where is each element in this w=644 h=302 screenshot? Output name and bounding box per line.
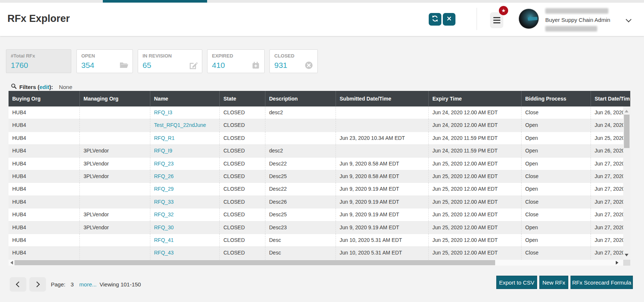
scroll-up-arrow-icon[interactable] [625, 110, 628, 112]
table-cell: Jun 25, 2020 12.00 AM EDT [429, 209, 522, 221]
table-row[interactable]: HUB4RFQ_33CLOSEDDesc26Jun 9, 2020 9.19 A… [9, 196, 623, 209]
table-cell [80, 196, 150, 209]
stat-card-expired[interactable]: EXPIRED 410 [207, 49, 265, 73]
avatar[interactable] [519, 9, 539, 29]
rfx-name-link[interactable]: RFQ_I9 [150, 145, 220, 157]
pagination: Page: 3 more... Viewing 101-150 [51, 281, 141, 288]
stat-value: 65 [143, 61, 151, 70]
table-cell: 3PLVendor [80, 158, 150, 170]
table-cell: HUB4 [9, 106, 80, 119]
rfx-name-link[interactable]: RFQ_43 [150, 247, 220, 259]
table-row[interactable]: HUB43PLVendorRFQ_23CLOSEDDesc22Jun 9, 20… [9, 158, 623, 170]
table-row[interactable]: HUB4RFQ_I3CLOSEDdesc2Jun 24, 2020 12.00 … [9, 106, 623, 119]
viewing-range-label: Viewing 101-150 [99, 281, 141, 288]
stat-card-open[interactable]: OPEN 354 [76, 49, 133, 73]
table-cell: Open [522, 145, 591, 157]
column-header[interactable]: Description [265, 91, 336, 106]
table-cell [80, 183, 150, 195]
rfx-name-link[interactable]: RFQ_32 [150, 209, 220, 221]
rfx-name-link[interactable]: RFQ_33 [150, 196, 220, 209]
table-row[interactable]: HUB43PLVendorRFQ_26CLOSEDDesc25Jun 9, 20… [9, 170, 623, 183]
table-cell: Jun 25, 2020 12.00 AM EDT [429, 196, 522, 209]
table-row[interactable]: HUB43PLVendorRFQ_30CLOSEDDesc23Jun 9, 20… [9, 221, 623, 234]
rfx-name-link[interactable]: RFQ_30 [150, 221, 220, 234]
chevron-down-icon[interactable] [626, 17, 632, 23]
filters-edit-link[interactable]: edit [39, 84, 49, 90]
column-header[interactable]: Expiry Time [429, 91, 522, 106]
table-cell: Open [522, 234, 591, 246]
chevron-right-icon [34, 282, 40, 288]
table-cell: Jun 27, 2020 [591, 209, 623, 221]
table-cell: Jun 27, 2020 [591, 183, 623, 195]
horizontal-scrollbar[interactable] [9, 260, 630, 266]
rfx-name-link[interactable]: RFQ_I3 [150, 106, 220, 119]
filters-bar: Filters (edit): None [11, 83, 72, 91]
stat-label: #Total RFx [11, 53, 35, 59]
table-cell: Desc25 [265, 170, 336, 183]
rfx-name-link[interactable]: RFQ_23 [150, 158, 220, 170]
table-row[interactable]: HUB4RFQ_43CLOSEDDescJun 10, 2020 5.31 AM… [9, 247, 623, 259]
redacted-user-org [545, 26, 597, 32]
close-button[interactable] [443, 13, 455, 26]
rfx-scorecard-formula-button[interactable]: RFx Scorecard Formula [571, 276, 633, 289]
column-header[interactable]: Bidding Process [522, 91, 591, 106]
edit-icon [189, 60, 198, 70]
refresh-icon [431, 15, 439, 24]
header-divider [477, 8, 477, 30]
table-cell: Close [522, 170, 591, 183]
more-pages-link[interactable]: more... [79, 281, 97, 288]
table-cell: Jun 10, 2020 5.31 AM EDT [336, 247, 429, 259]
scroll-down-arrow-icon[interactable] [625, 254, 628, 256]
page-label: Page: [51, 281, 65, 288]
column-header[interactable]: Submitted Date/Time [336, 91, 429, 106]
rfx-name-link[interactable]: RFQ_R1 [150, 132, 220, 144]
stat-value: 354 [81, 61, 94, 70]
scroll-right-arrow-icon[interactable] [616, 261, 618, 265]
table-row[interactable]: HUB4RFQ_41CLOSEDDescJun 10, 2020 5.31 AM… [9, 234, 623, 247]
prev-page-button[interactable] [10, 277, 26, 292]
table-cell: Jun 27, 2020 [591, 158, 623, 170]
hamburger-icon [493, 17, 500, 18]
table-row[interactable]: HUB43PLVendorRFQ_I9CLOSEDdesc2Jun 24, 20… [9, 145, 623, 157]
table-cell: Jun 23, 2020 10.34 AM EDT [336, 132, 429, 144]
user-role-label: Buyer Suppy Chain Admin [545, 17, 610, 23]
table-row[interactable]: HUB4RFQ_29CLOSEDDesc22Jun 9, 2020 9.19 A… [9, 183, 623, 196]
table-cell: Jun 25, 2020 12.00 AM EDT [429, 170, 522, 183]
table-cell: Jun 25, 2020 [591, 132, 623, 144]
table-row[interactable]: HUB4Test_RFQ1_22ndJuneCLOSEDJun 24, 2020… [9, 119, 623, 132]
table-cell: HUB4 [9, 145, 80, 157]
column-header[interactable]: State [220, 91, 265, 106]
stat-card-total-rfx[interactable]: #Total RFx 1760 [6, 49, 71, 73]
rfx-name-link[interactable]: RFQ_26 [150, 170, 220, 183]
table-cell: CLOSED [220, 158, 265, 170]
export-to-csv-button[interactable]: Export to CSV [496, 276, 537, 289]
table-cell: Open [522, 158, 591, 170]
table-row[interactable]: HUB43PLVendorRFQ_32CLOSEDDesc25Jun 9, 20… [9, 209, 623, 221]
table-cell: CLOSED [220, 132, 265, 144]
column-header[interactable]: Start Date/Tim [591, 91, 630, 106]
table-cell: Desc26 [265, 196, 336, 209]
table-row[interactable]: HUB4RFQ_R1CLOSEDJun 23, 2020 10.34 AM ED… [9, 132, 623, 145]
horizontal-scrollbar-thumb[interactable] [14, 260, 495, 265]
stat-card-closed[interactable]: CLOSED 931 [269, 49, 318, 73]
column-header[interactable]: Buying Org [9, 91, 80, 106]
vertical-scrollbar-thumb[interactable] [624, 115, 630, 148]
next-page-button[interactable] [29, 277, 46, 292]
stat-card-in-revision[interactable]: IN REVISION 65 [138, 49, 202, 73]
table-cell: Desc [265, 247, 336, 259]
rfx-name-link[interactable]: RFQ_41 [150, 234, 220, 246]
rfx-name-link[interactable]: RFQ_29 [150, 183, 220, 195]
column-header[interactable]: Managing Org [80, 91, 150, 106]
table-cell: HUB4 [9, 234, 80, 246]
refresh-button[interactable] [429, 13, 441, 26]
vertical-scrollbar[interactable] [623, 106, 630, 260]
rfx-name-link[interactable]: Test_RFQ1_22ndJune [150, 119, 220, 132]
scroll-left-arrow-icon[interactable] [10, 261, 13, 265]
table-cell: Jun 25, 2020 12.00 AM EDT [429, 158, 522, 170]
new-rfx-button[interactable]: New RFx [539, 276, 568, 289]
column-header[interactable]: Name [150, 91, 220, 106]
table-cell: CLOSED [220, 247, 265, 259]
table-cell: Open [522, 132, 591, 144]
table-cell: Jun 9, 2020 9.19 AM EDT [336, 221, 429, 234]
table-cell: Jun 9, 2020 8.58 AM EDT [336, 158, 429, 170]
